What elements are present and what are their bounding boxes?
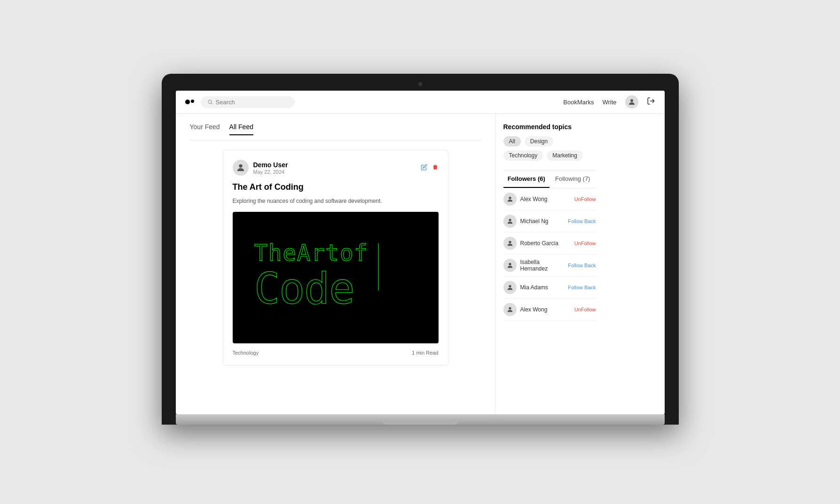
topic-chip-design[interactable]: Design	[525, 136, 553, 147]
author-info: Demo User May 22, 2024	[233, 160, 288, 176]
author-details: Demo User May 22, 2024	[253, 161, 288, 175]
svg-point-4	[239, 164, 242, 168]
delete-button[interactable]	[432, 164, 439, 172]
edit-icon	[421, 164, 427, 171]
article-illustration: TheArtof Code	[233, 212, 439, 343]
header-right: BookMarks Write	[563, 95, 655, 109]
app-body: Your Feed All Feed	[176, 114, 665, 414]
person-icon	[506, 262, 514, 269]
follow-action-button[interactable]: UnFollow	[574, 240, 596, 246]
article-read-time: 1 min Read	[412, 350, 438, 356]
main-content: Your Feed All Feed	[176, 114, 495, 414]
svg-line-1	[211, 103, 212, 104]
article-actions	[421, 164, 439, 172]
follow-list: Alex Wong UnFollow Michael Ng Follow Bac…	[503, 188, 596, 321]
topic-chip-marketing[interactable]: Marketing	[547, 150, 583, 161]
follow-action-button[interactable]: Follow Back	[568, 218, 596, 224]
person-icon	[506, 306, 514, 313]
follow-avatar	[503, 259, 517, 272]
article-card: Demo User May 22, 2024	[223, 150, 448, 365]
follow-action-button[interactable]: UnFollow	[574, 307, 596, 312]
avatar[interactable]	[625, 95, 638, 109]
search-icon	[207, 99, 213, 105]
tab-all-feed[interactable]: All Feed	[229, 123, 253, 135]
logo-dot-1	[185, 100, 190, 104]
follow-action-button[interactable]: Follow Back	[568, 263, 596, 268]
svg-point-11	[509, 241, 511, 243]
follow-name: Isabella Hernandez	[520, 259, 565, 272]
article-title: The Art of Coding	[233, 182, 439, 192]
follow-name: Alex Wong	[520, 306, 571, 313]
bookmarks-link[interactable]: BookMarks	[563, 99, 594, 106]
follow-avatar	[503, 303, 517, 316]
follow-action-button[interactable]: UnFollow	[574, 196, 596, 202]
logo-dot-2	[191, 100, 194, 103]
person-icon	[506, 195, 514, 203]
topic-chip-all[interactable]: All	[503, 136, 521, 147]
svg-point-12	[509, 263, 511, 265]
write-link[interactable]: Write	[602, 99, 616, 106]
logout-icon	[647, 97, 655, 105]
author-icon	[236, 163, 246, 173]
follow-item: Roberto Garcia UnFollow	[503, 233, 596, 255]
article-footer: Technology 1 min Read	[233, 350, 439, 356]
edit-button[interactable]	[421, 164, 427, 172]
person-icon	[506, 240, 514, 247]
search-input[interactable]	[216, 99, 282, 106]
author-row: Demo User May 22, 2024	[233, 160, 439, 176]
author-name: Demo User	[253, 161, 288, 169]
tab-your-feed[interactable]: Your Feed	[190, 123, 220, 135]
svg-point-9	[509, 197, 511, 199]
svg-point-14	[509, 307, 511, 310]
follow-avatar	[503, 215, 517, 228]
follow-item: Mia Adams Follow Back	[503, 277, 596, 299]
follow-item: Alex Wong UnFollow	[503, 299, 596, 321]
sidebar: Recommended topics AllDesignTechnologyMa…	[495, 114, 604, 414]
follow-avatar	[503, 193, 517, 206]
svg-text:TheArtof: TheArtof	[254, 240, 368, 266]
follow-name: Roberto Garcia	[520, 240, 571, 247]
author-avatar	[233, 160, 249, 176]
follow-section: Followers (6) Following (7) Alex Wong Un…	[503, 170, 596, 321]
tab-followers[interactable]: Followers (6)	[503, 171, 550, 188]
person-icon	[506, 284, 514, 291]
svg-text:Code: Code	[254, 264, 353, 314]
delete-icon	[432, 164, 439, 171]
topic-chips: AllDesignTechnologyMarketing	[503, 136, 596, 161]
follow-item: Alex Wong UnFollow	[503, 188, 596, 210]
follow-name: Michael Ng	[520, 218, 565, 225]
svg-point-10	[509, 219, 511, 221]
topic-chip-technology[interactable]: Technology	[503, 150, 543, 161]
follow-action-button[interactable]: Follow Back	[568, 285, 596, 290]
person-icon	[506, 217, 514, 225]
follow-name: Mia Adams	[520, 284, 565, 291]
logo[interactable]	[185, 100, 194, 104]
article-tag: Technology	[233, 350, 259, 356]
tab-following[interactable]: Following (7)	[550, 171, 596, 188]
feed-tabs: Your Feed All Feed	[190, 123, 481, 140]
follow-name: Alex Wong	[520, 196, 571, 202]
svg-point-0	[208, 100, 212, 103]
camera-dot	[418, 82, 422, 86]
svg-point-13	[509, 285, 511, 287]
follow-item: Isabella Hernandez Follow Back	[503, 255, 596, 277]
user-icon	[628, 98, 636, 106]
recommended-title: Recommended topics	[503, 123, 596, 131]
app-header: BookMarks Write	[176, 91, 665, 114]
article-excerpt: Exploring the nuances of coding and soft…	[233, 197, 439, 205]
author-date: May 22, 2024	[253, 169, 288, 175]
follow-tabs: Followers (6) Following (7)	[503, 171, 596, 188]
logout-button[interactable]	[647, 97, 655, 108]
follow-avatar	[503, 281, 517, 294]
article-image: TheArtof Code	[233, 212, 439, 343]
svg-point-2	[630, 99, 633, 102]
laptop-base	[176, 414, 665, 425]
follow-item: Michael Ng Follow Back	[503, 210, 596, 233]
follow-avatar	[503, 237, 517, 250]
search-box[interactable]	[201, 96, 295, 108]
